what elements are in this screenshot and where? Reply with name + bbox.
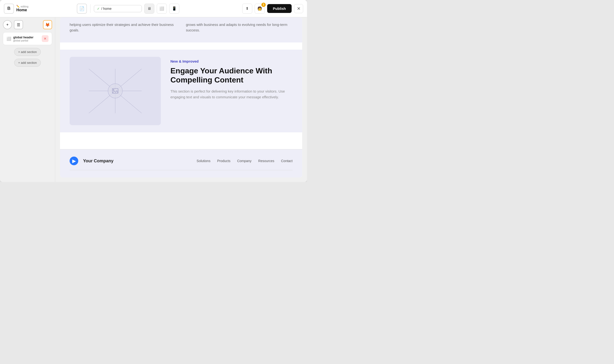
view-mobile-button[interactable]: 📱	[169, 4, 179, 14]
company-name: Your Company	[83, 158, 113, 164]
svg-point-6	[113, 89, 114, 91]
view-desktop-button[interactable]: 🖥	[144, 4, 154, 14]
global-header-title: global header	[13, 36, 34, 39]
doc-icon-button[interactable]: 📄	[77, 4, 87, 14]
add-icon: +	[6, 23, 8, 27]
image-placeholder[interactable]	[70, 57, 161, 125]
mascot-icon: 🦊	[45, 23, 50, 27]
footer-nav-solutions[interactable]: Solutions	[197, 159, 210, 163]
delete-section-button[interactable]: ✕	[42, 35, 48, 42]
layout-button[interactable]: ☰	[14, 20, 23, 29]
footer-nav: Solutions Products Company Resources Con…	[197, 159, 293, 163]
footer-nav-resources[interactable]: Resources	[258, 159, 274, 163]
mascot-button[interactable]: 🦊	[43, 20, 52, 29]
footer-section: ▶ Your Company Solutions Products Compan…	[60, 149, 302, 177]
crosshair-svg	[70, 57, 161, 125]
pencil-icon: ✏️	[16, 5, 20, 8]
brand-button[interactable]: B	[4, 4, 14, 14]
left-panel: + ☰ 🦊 ⬜ global header global partial ✕	[0, 17, 55, 182]
engage-title: Engage Your Audience With Compelling Con…	[170, 66, 293, 85]
close-button[interactable]: ✕	[294, 4, 303, 13]
preview-area: helping users optimize their strategies …	[55, 17, 307, 182]
section-spacer-2	[60, 132, 302, 142]
url-input-wrapper[interactable]: ✓ / home	[94, 5, 142, 12]
partial-text-left: helping users optimize their strategies …	[70, 22, 177, 33]
header-card-icon: ⬜	[6, 37, 11, 41]
section-spacer-1	[60, 42, 302, 50]
global-header-card[interactable]: ⬜ global header global partial ✕	[3, 32, 52, 45]
footer-nav-contact[interactable]: Contact	[281, 159, 293, 163]
add-section-button-2[interactable]: + add section	[14, 59, 41, 67]
middle-section: New & Improved Engage Your Audience With…	[60, 50, 302, 132]
add-section-round-button[interactable]: +	[3, 20, 12, 29]
middle-right-content: New & Improved Engage Your Audience With…	[170, 57, 293, 100]
partial-top-section: helping users optimize their strategies …	[60, 17, 302, 42]
footer-nav-company[interactable]: Company	[237, 159, 252, 163]
editing-info: ✏️ editing Home	[16, 5, 74, 12]
partial-col-right: grows with business and adapts to evolvi…	[186, 22, 293, 33]
engage-description: This section is perfect for delivering k…	[170, 89, 293, 100]
new-improved-label: New & Improved	[170, 59, 293, 63]
publish-button[interactable]: Publish	[267, 4, 292, 13]
global-header-text: global header global partial	[13, 36, 34, 42]
layout-icon: ☰	[17, 23, 20, 27]
person-button[interactable]: 🧑 3	[255, 4, 265, 14]
footer-divider	[70, 170, 293, 170]
url-check-icon: ✓	[97, 7, 100, 11]
share-button[interactable]: ⬆	[242, 4, 252, 14]
divider	[90, 4, 91, 13]
footer-nav-products[interactable]: Products	[217, 159, 231, 163]
page-title: Home	[16, 8, 74, 12]
url-path: / home	[101, 7, 112, 11]
add-section-button-1[interactable]: + add section	[14, 48, 41, 56]
partial-col-left: helping users optimize their strategies …	[70, 22, 177, 33]
company-logo: ▶	[70, 156, 78, 165]
view-tablet-button[interactable]: ⬜	[157, 4, 167, 14]
notification-badge: 3	[261, 3, 266, 7]
editing-label-text: editing	[21, 5, 28, 8]
global-header-subtitle: global partial	[13, 39, 34, 42]
preview-content: helping users optimize their strategies …	[60, 17, 302, 177]
footer-top: ▶ Your Company Solutions Products Compan…	[70, 156, 293, 165]
partial-text-right: grows with business and adapts to evolvi…	[186, 22, 293, 33]
delete-icon: ✕	[44, 37, 47, 40]
panel-top-row: + ☰ 🦊	[3, 20, 52, 29]
svg-point-4	[108, 84, 123, 98]
